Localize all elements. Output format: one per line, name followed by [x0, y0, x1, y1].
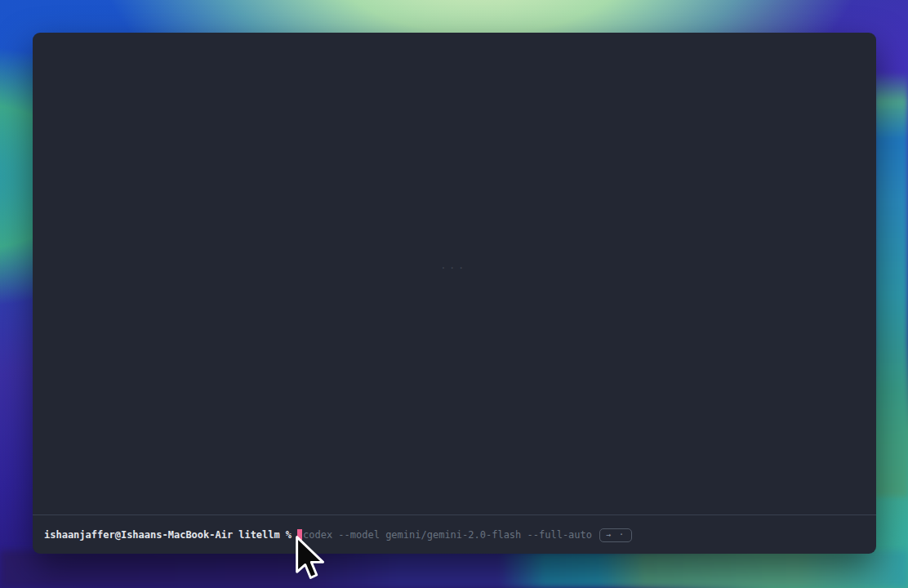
prompt-symbol: %	[286, 528, 292, 541]
wallpaper-right-band	[874, 72, 908, 497]
desktop: { "desktop": { "wallpaper_style": "macos…	[0, 0, 908, 588]
terminal-faint-ellipsis: ···	[440, 261, 466, 274]
terminal-prompt-line[interactable]: ishaanjaffer@Ishaans-MacBook-Air litellm…	[44, 528, 632, 541]
wallpaper-bottom-band	[0, 550, 908, 588]
terminal-divider-line	[33, 514, 876, 515]
text-cursor	[297, 529, 302, 541]
terminal-window[interactable]: ··· ishaanjaffer@Ishaans-MacBook-Air lit…	[33, 33, 876, 554]
accept-suggestion-key-hint-badge: → ·	[599, 528, 632, 542]
prompt-user-host: ishaanjaffer@Ishaans-MacBook-Air	[44, 528, 233, 541]
command-autosuggestion: codex --model gemini/gemini-2.0-flash --…	[303, 528, 592, 541]
prompt-directory: litellm	[238, 528, 280, 541]
